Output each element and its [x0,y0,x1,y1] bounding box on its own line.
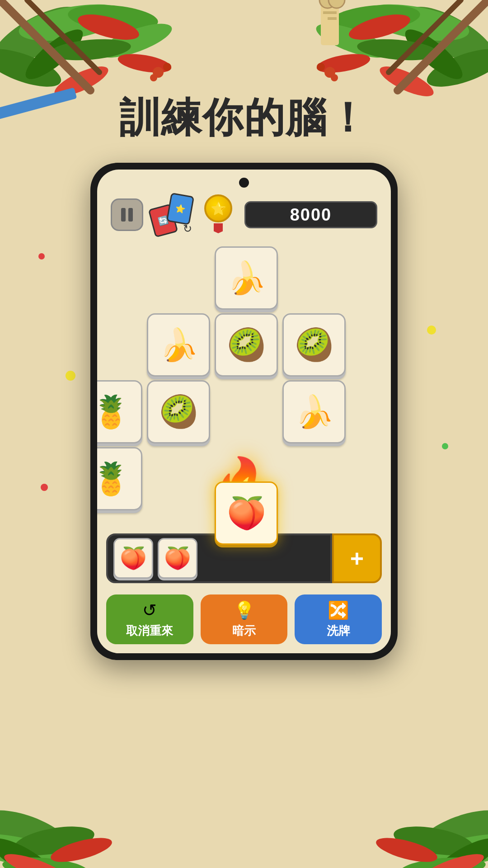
slot-tile-1[interactable]: 🍑 [113,538,153,579]
phone-screen: 🔄 ⭐ ↻ ⭐ 8000 [97,170,391,653]
svg-point-12 [150,74,157,81]
shuffle-deck-button[interactable]: 🔀 洗牌 [295,594,382,644]
dot-2 [66,371,75,381]
action-buttons: ↺ 取消重來 💡 暗示 🔀 洗牌 [106,594,382,644]
game-header: 🔄 ⭐ ↻ ⭐ 8000 [111,194,377,235]
tile-banana-r1c2[interactable]: 🍌 [147,313,210,377]
tile-pineapple-r3c1[interactable]: 🍍 [97,447,142,510]
score-display: 8000 [244,201,377,228]
svg-point-11 [163,63,171,71]
card-front: ⭐ [166,193,194,225]
pause-bar-left [121,208,126,222]
shuffle-button[interactable]: 🔄 ⭐ ↻ [151,194,192,235]
score-value: 8000 [290,205,332,225]
hint-label: 暗示 [232,623,256,639]
svg-point-27 [317,63,325,71]
undo-icon: ↺ [142,600,157,620]
title-area: 訓練你的腦！ [0,90,488,146]
undo-button[interactable]: ↺ 取消重來 [106,594,193,644]
tile-durian-r1c3[interactable]: 🥝 [215,313,278,377]
foliage-bottom-left [0,750,145,868]
dot-3 [41,484,48,491]
slot-tile-2[interactable]: 🍑 [158,538,197,579]
add-icon: + [350,545,364,572]
dot-5 [442,443,448,449]
hint-icon: 💡 [234,600,255,620]
tile-banana-r2c4[interactable]: 🍌 [282,380,346,443]
tile-durian-r2c2[interactable]: 🥝 [147,380,210,443]
tile-pineapple-r2c1[interactable]: 🍍 [97,380,142,443]
camera-notch [239,178,249,188]
svg-point-28 [331,74,338,81]
shuffle-label: 洗牌 [327,623,350,639]
pause-bar-right [128,208,133,222]
svg-rect-33 [323,11,337,14]
undo-label: 取消重來 [126,623,173,639]
dot-1 [38,253,45,259]
medal-button[interactable]: ⭐ [200,194,236,235]
add-button[interactable]: + [332,533,382,583]
tile-durian-r1c4[interactable]: 🥝 [282,313,346,377]
main-title: 訓練你的腦！ [0,90,488,146]
hint-button[interactable]: 💡 暗示 [201,594,288,644]
tile-banana-top[interactable]: 🍌 [215,246,278,310]
medal-ribbon [214,223,223,233]
svg-rect-34 [328,17,337,20]
game-board: 🍌 🍌 🥝 🥝 🍍 🥝 🍌 🍍 🔥 🍑 [111,246,377,563]
tile-papaya-glowing[interactable]: 🍑 [215,481,278,545]
phone-frame: 🔄 ⭐ ↻ ⭐ 8000 [90,163,398,660]
medal-icon: ⭐ [204,194,232,222]
dot-4 [427,326,436,335]
foliage-bottom-right [343,750,488,868]
pause-button[interactable] [111,198,143,231]
shuffle-icon: 🔀 [328,600,349,620]
pause-icon [121,208,133,222]
